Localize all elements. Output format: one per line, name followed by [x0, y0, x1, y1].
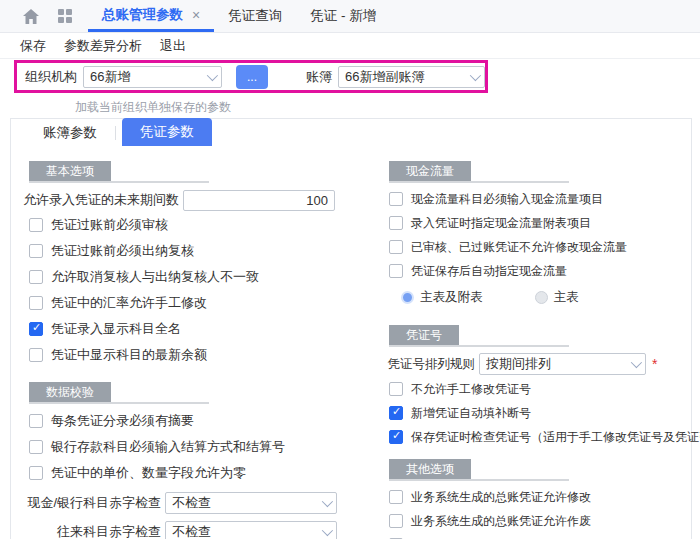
window-tab-label: 凭证 - 新增: [310, 7, 376, 25]
org-more-button[interactable]: ...: [236, 65, 268, 89]
deficit-check-selects: 现金/银行科目赤字检查 不检查 往来科目赤字检查 不检查: [23, 491, 357, 539]
org-select[interactable]: 66新增: [83, 66, 222, 88]
chevron-down-icon: [207, 69, 218, 80]
app-grid-icon[interactable]: [56, 7, 74, 25]
home-icon[interactable]: [22, 7, 40, 25]
checkbox-row[interactable]: 不允许手工修改凭证号: [387, 377, 700, 401]
checkbox[interactable]: [389, 406, 403, 420]
checkbox-label: 凭证中的单价、数量字段允许为零: [51, 464, 246, 482]
book-select-value: 66新增副账簿: [345, 68, 464, 86]
radio-button[interactable]: [401, 291, 414, 304]
checkbox[interactable]: [389, 430, 403, 444]
checkbox-row[interactable]: 允许取消复核人与出纳复核人不一致: [27, 264, 357, 290]
checkbox-row[interactable]: 凭证录入显示科目全名: [27, 316, 357, 342]
checkbox[interactable]: [29, 218, 43, 232]
checkbox-row[interactable]: 新增凭证自动填补断号: [387, 401, 700, 425]
checkbox[interactable]: [389, 216, 403, 230]
checkbox[interactable]: [389, 192, 403, 206]
other-checkbox-group: 业务系统生成的总账凭证允许修改 业务系统生成的总账凭证允许作废 数量金额核算中，…: [383, 485, 700, 539]
param-diff-analysis-button[interactable]: 参数差异分析: [64, 37, 142, 55]
checkbox-label: 凭证过账前必须出纳复核: [51, 242, 194, 260]
checkbox-label: 保存凭证时检查凭证号（适用于手工修改凭证号及凭证引入）: [411, 429, 700, 446]
checkbox-label: 银行存款科目必须输入结算方式和结算号: [51, 438, 285, 456]
checkbox-label: 现金流量科目必须输入现金流量项目: [411, 191, 603, 208]
future-periods-input[interactable]: [183, 190, 335, 211]
chevron-down-icon: [470, 69, 481, 80]
checkbox[interactable]: [389, 264, 403, 278]
checkbox-row[interactable]: 凭证中的单价、数量字段允许为零: [27, 460, 357, 486]
exit-button[interactable]: 退出: [160, 37, 186, 55]
checkbox-row[interactable]: 数量金额核算中，凭证支持跨计量单位组的单位: [387, 533, 700, 539]
param-tab-strip: 账簿参数 凭证参数: [11, 119, 691, 146]
checkbox-row[interactable]: 现金流量科目必须输入现金流量项目: [387, 187, 700, 211]
cashflow-checkbox-group: 现金流量科目必须输入现金流量项目 录入凭证时指定现金流量附表项目 已审核、已过账…: [383, 187, 700, 283]
select-value: 不检查: [172, 523, 316, 539]
checkbox[interactable]: [29, 322, 43, 336]
book-select[interactable]: 66新增副账簿: [338, 66, 485, 88]
window-tab-ledger-params[interactable]: 总账管理参数 ×: [88, 0, 214, 32]
checkbox[interactable]: [389, 240, 403, 254]
checkbox[interactable]: [389, 490, 403, 504]
window-tab-label: 凭证查询: [228, 7, 282, 25]
save-button[interactable]: 保存: [20, 37, 46, 55]
section-data-validation: 数据校验: [29, 382, 209, 404]
checkbox-row[interactable]: 凭证过账前必须出纳复核: [27, 238, 357, 264]
radio-option[interactable]: 主表: [535, 289, 579, 306]
checkbox[interactable]: [29, 244, 43, 258]
checkbox[interactable]: [29, 414, 43, 428]
deficit-check-select[interactable]: 不检查: [165, 492, 337, 514]
future-periods-label: 允许录入凭证的未来期间数: [23, 191, 179, 209]
checkbox-row[interactable]: 已审核、已过账凭证不允许修改现金流量: [387, 235, 700, 259]
org-select-value: 66新增: [90, 68, 201, 86]
checkbox[interactable]: [29, 270, 43, 284]
right-column: 现金流量 现金流量科目必须输入现金流量项目 录入凭证时指定现金流量附表项目 已审…: [383, 159, 700, 539]
chevron-down-icon: [631, 357, 642, 368]
left-column: 基本选项 允许录入凭证的未来期间数 凭证过账前必须审核 凭证过账前必须出纳复核: [23, 159, 357, 539]
params-panel: 账簿参数 凭证参数 基本选项 允许录入凭证的未来期间数 凭证过账前必须审核 凭证…: [10, 118, 692, 539]
radio-label: 主表及附表: [420, 289, 483, 306]
checkbox-row[interactable]: 凭证过账前必须审核: [27, 212, 357, 238]
checkbox-label: 凭证过账前必须审核: [51, 216, 168, 234]
chevron-down-icon: [322, 496, 333, 507]
tab-voucher-params[interactable]: 凭证参数: [122, 118, 212, 146]
window-tab-voucher-query[interactable]: 凭证查询: [214, 0, 296, 32]
voucher-no-rule-select[interactable]: 按期间排列: [479, 353, 646, 375]
checkbox-row[interactable]: 凭证中显示科目的最新余额: [27, 342, 357, 368]
section-other-options: 其他选项: [389, 459, 569, 481]
org-label: 组织机构: [25, 68, 77, 86]
checkbox[interactable]: [29, 296, 43, 310]
close-icon[interactable]: ×: [192, 7, 200, 23]
checkbox-label: 允许取消复核人与出纳复核人不一致: [51, 268, 259, 286]
section-voucher-number: 凭证号: [389, 325, 569, 347]
checkbox-row[interactable]: 录入凭证时指定现金流量附表项目: [387, 211, 700, 235]
basic-checkbox-group: 凭证过账前必须审核 凭证过账前必须出纳复核 允许取消复核人与出纳复核人不一致 凭…: [23, 212, 357, 368]
required-asterisk: *: [652, 356, 657, 372]
checkbox-row[interactable]: 每条凭证分录必须有摘要: [27, 408, 357, 434]
deficit-check-select[interactable]: 不检查: [165, 521, 337, 539]
checkbox[interactable]: [389, 382, 403, 396]
radio-option[interactable]: 主表及附表: [401, 289, 483, 306]
checkbox-row[interactable]: 业务系统生成的总账凭证允许作废: [387, 509, 700, 533]
section-basic-options: 基本选项: [29, 161, 209, 183]
checkbox-row[interactable]: 银行存款科目必须输入结算方式和结算号: [27, 434, 357, 460]
radio-button[interactable]: [535, 291, 548, 304]
checkbox-label: 业务系统生成的总账凭证允许作废: [411, 513, 591, 530]
checkbox-row[interactable]: 凭证保存后自动指定现金流量: [387, 259, 700, 283]
checkbox[interactable]: [29, 440, 43, 454]
checkbox-row[interactable]: 业务系统生成的总账凭证允许修改: [387, 485, 700, 509]
validation-checkbox-group: 每条凭证分录必须有摘要 银行存款科目必须输入结算方式和结算号 凭证中的单价、数量…: [23, 408, 357, 486]
select-row: 往来科目赤字检查 不检查: [23, 520, 357, 539]
tab-book-params[interactable]: 账簿参数: [31, 119, 109, 146]
checkbox-label: 已审核、已过账凭证不允许修改现金流量: [411, 239, 627, 256]
select-label: 往来科目赤字检查: [23, 523, 161, 539]
checkbox[interactable]: [29, 466, 43, 480]
checkbox-label: 新增凭证自动填补断号: [411, 405, 531, 422]
window-tab-voucher-new[interactable]: 凭证 - 新增: [296, 0, 390, 32]
checkbox-row[interactable]: 保存凭证时检查凭证号（适用于手工修改凭证号及凭证引入）: [387, 425, 700, 449]
checkbox[interactable]: [389, 514, 403, 528]
checkbox-row[interactable]: 凭证中的汇率允许手工修改: [27, 290, 357, 316]
checkbox-label: 凭证录入显示科目全名: [51, 320, 181, 338]
checkbox[interactable]: [29, 348, 43, 362]
checkbox-label: 凭证保存后自动指定现金流量: [411, 263, 567, 280]
book-label: 账簿: [306, 68, 332, 86]
